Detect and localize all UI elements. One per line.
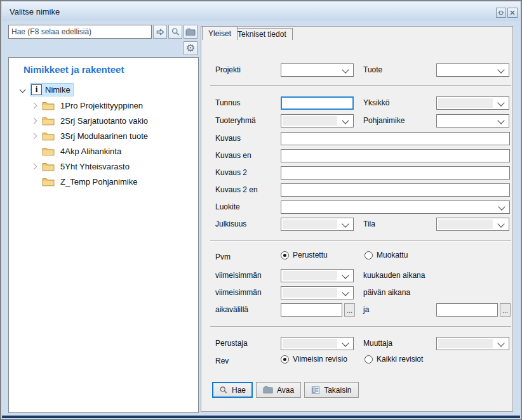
aikavalilla-end-input[interactable] xyxy=(436,303,498,317)
tree-item-ztemp[interactable]: Z_Temp Pohjanimike xyxy=(32,174,137,189)
projekti-label: Projekti xyxy=(215,65,241,74)
tree-item-4akp[interactable]: 4Akp Alihankinta xyxy=(32,143,121,159)
radio-button-icon[interactable] xyxy=(281,251,289,259)
radio-kaikki-revisiot[interactable]: Kaikki revisiot xyxy=(365,355,423,364)
tree-item-label: Z_Temp Pohjanimike xyxy=(60,177,137,187)
rev-label: Rev xyxy=(215,357,229,365)
kuukauden-aikana-label: kuukauden aikana xyxy=(363,271,425,280)
julkisuus-label: Julkisuus xyxy=(215,220,246,228)
aikavalilla-start-input[interactable] xyxy=(281,303,342,317)
info-icon: i xyxy=(31,84,42,95)
tree-item-label: 5Yht Yhteisvarasto xyxy=(60,162,130,171)
search-button[interactable] xyxy=(168,25,182,39)
tuote-dropdown[interactable] xyxy=(436,63,509,77)
luokite-dropdown[interactable] xyxy=(281,200,510,214)
perustaja-label: Perustaja xyxy=(215,339,248,348)
tree-item-5yht[interactable]: 5Yht Yhteisvarasto xyxy=(32,159,130,174)
close-icon[interactable] xyxy=(507,8,518,18)
tab-tekniset-tiedot[interactable]: Tekniset tiedot xyxy=(231,28,293,40)
viimeisimman-label: viimeisimmän xyxy=(215,271,262,280)
pin-icon[interactable] xyxy=(496,8,506,18)
tunnus-input[interactable] xyxy=(281,96,354,110)
kuukauden-dropdown[interactable] xyxy=(281,269,354,282)
tunnus-label: Tunnus xyxy=(215,98,241,107)
yksikko-dropdown[interactable] xyxy=(436,96,509,110)
avaa-button[interactable]: Avaa xyxy=(256,382,301,398)
tuote-label: Tuote xyxy=(363,65,382,74)
radio-perustettu[interactable]: Perustettu xyxy=(281,251,328,259)
luokite-label: Luokite xyxy=(215,202,240,211)
go-arrow-button[interactable] xyxy=(153,25,167,39)
muuttaja-dropdown[interactable] xyxy=(436,337,509,350)
chevron-right-icon[interactable] xyxy=(31,163,37,169)
takaisin-button-label: Takaisin xyxy=(324,386,351,395)
radio-muokattu[interactable]: Muokattu xyxy=(365,251,408,259)
pohjanimike-label: Pohjanimike xyxy=(363,116,405,125)
radio-label: Muokattu xyxy=(377,251,408,259)
folder-icon xyxy=(263,386,273,394)
pin-icon-glyph xyxy=(497,9,505,16)
viimeisimman-label: viimeisimmän xyxy=(215,288,262,297)
tree-item-3srj[interactable]: 3Srj Modulaarinen tuote xyxy=(32,128,148,143)
form-panel: Yleiset Tekniset tiedot Projekti Tuote T… xyxy=(201,26,513,412)
kuvaus-input[interactable] xyxy=(281,132,510,145)
radio-button-icon[interactable] xyxy=(281,355,289,364)
takaisin-button[interactable]: Takaisin xyxy=(304,382,358,398)
tree-item-label: Nimike xyxy=(45,85,70,95)
form-list-icon xyxy=(311,386,320,395)
muuttaja-label: Muuttaja xyxy=(363,339,392,348)
kuvaus-2-input[interactable] xyxy=(281,166,510,180)
search-input[interactable] xyxy=(8,25,152,39)
button-row: Hae Avaa Takaisin xyxy=(212,382,359,398)
separator xyxy=(210,85,511,86)
julkisuus-dropdown[interactable] xyxy=(281,218,354,231)
chevron-right-icon[interactable] xyxy=(31,133,37,139)
dialog-title: Valitse nimike xyxy=(10,7,60,16)
radio-button-icon[interactable] xyxy=(365,355,373,364)
kuvaus-en-input[interactable] xyxy=(281,149,510,162)
tuoteryhma-label: Tuoteryhmä xyxy=(215,116,256,125)
avaa-button-label: Avaa xyxy=(277,386,294,395)
kuvaus-en-label: Kuvaus en xyxy=(215,151,251,160)
tree-item-2srj[interactable]: 2Srj Sarjatuotanto vakio xyxy=(32,113,148,128)
arrow-right-icon xyxy=(156,27,165,37)
date-picker-button[interactable]: ... xyxy=(344,303,355,317)
radio-label: Perustettu xyxy=(293,251,328,259)
tree-item-label: 4Akp Alihankinta xyxy=(60,147,121,156)
radio-viimeisin-revisio[interactable]: Viimeisin revisio xyxy=(281,355,347,364)
chevron-right-icon[interactable] xyxy=(31,102,37,108)
radio-button-icon[interactable] xyxy=(365,251,373,259)
titlebar[interactable]: Valitse nimike xyxy=(2,2,520,21)
chevron-down-icon[interactable] xyxy=(20,86,26,93)
tree-root-nimike[interactable]: i Nimike xyxy=(20,82,74,97)
kuvaus-2-label: Kuvaus 2 xyxy=(215,168,247,177)
tila-dropdown[interactable] xyxy=(436,218,509,231)
settings-button[interactable]: ⚙ xyxy=(184,41,197,55)
tree-item-1pro[interactable]: 1Pro Projektityyppinen xyxy=(32,98,143,113)
folder-icon xyxy=(42,147,55,156)
window-bottom-edge xyxy=(2,416,520,418)
kuvaus-2-en-input[interactable] xyxy=(281,183,510,197)
tree-selection: i Nimike xyxy=(30,83,74,96)
projekti-dropdown[interactable] xyxy=(281,63,354,77)
folder-icon xyxy=(42,162,55,171)
hae-button-label: Hae xyxy=(232,386,246,395)
search-icon xyxy=(219,386,228,395)
gear-icon: ⚙ xyxy=(186,43,195,53)
hae-button[interactable]: Hae xyxy=(212,382,253,398)
dialog-valitse-nimike: Valitse nimike ⚙ xyxy=(0,0,522,420)
close-icon-glyph xyxy=(509,9,516,16)
tila-label: Tila xyxy=(363,220,375,228)
pvm-label: Pvm xyxy=(215,253,231,261)
open-folder-button[interactable] xyxy=(184,25,197,39)
chevron-right-icon[interactable] xyxy=(31,117,37,124)
perustaja-dropdown[interactable] xyxy=(281,337,354,350)
folder-icon xyxy=(42,101,55,110)
tab-yleiset[interactable]: Yleiset xyxy=(202,26,238,40)
paivan-dropdown[interactable] xyxy=(281,286,354,299)
tree-header: Nimikkeet ja rakenteet xyxy=(23,64,124,75)
tuoteryhma-dropdown[interactable] xyxy=(281,114,354,128)
date-picker-button[interactable]: ... xyxy=(500,303,511,317)
kuvaus-2-en-label: Kuvaus 2 en xyxy=(215,185,258,194)
pohjanimike-dropdown[interactable] xyxy=(436,114,509,128)
